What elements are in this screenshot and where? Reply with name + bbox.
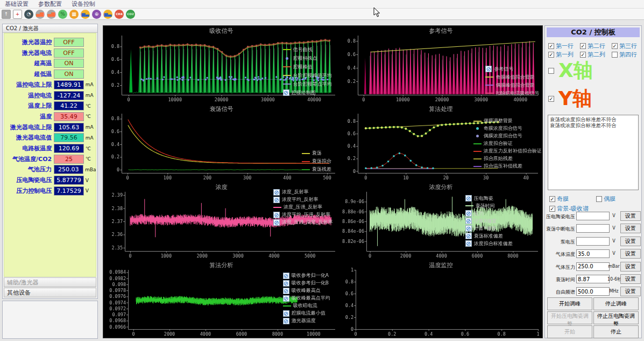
- setting-set-button-0[interactable]: 设置: [620, 211, 641, 221]
- legend-checkbox-icon[interactable]: ⊘: [283, 280, 289, 287]
- legend-item-ringdown-0[interactable]: 衰荡: [302, 149, 331, 157]
- action-button-2[interactable]: 开始压电陶瓷调整: [547, 311, 592, 324]
- setting-input-1[interactable]: [576, 224, 610, 233]
- legend-item-conc-analysis-5[interactable]: ⊘衰荡标准偏差: [465, 232, 513, 240]
- bar-chart2-icon[interactable]: ▄▆: [47, 10, 56, 19]
- action-button-3[interactable]: 停止压电陶瓷调整: [593, 311, 639, 324]
- legend-item-algo-analysis-6[interactable]: ⊘激光器温度: [283, 317, 330, 325]
- action-button-5[interactable]: 停止: [593, 325, 639, 338]
- legend-item-conc-analysis-0[interactable]: ⊘压电陶瓷: [465, 194, 513, 202]
- legend-item-concentration-0[interactable]: ⊘浓度_反射率: [273, 189, 333, 196]
- legend-item-ringdown-1[interactable]: 衰荡拟合: [302, 157, 331, 165]
- legend-item-absorption-3[interactable]: 台阶腔模峰值平均: [283, 71, 332, 80]
- ch4-icon[interactable]: CH4: [115, 10, 124, 19]
- percent-icon[interactable]: %: [58, 10, 67, 19]
- legend-item-concentration-4[interactable]: ⊘浓度_压强_温度_反射率: [273, 219, 333, 226]
- legend-item-ringdown-2[interactable]: 衰荡残差: [302, 165, 331, 173]
- setting-set-button-4[interactable]: 设置: [620, 262, 641, 272]
- checkbox-1[interactable]: ✓: [580, 43, 586, 49]
- action-button-4[interactable]: 开始: [547, 325, 592, 338]
- y-axis-checkbox[interactable]: ✓: [548, 96, 554, 102]
- setting-input-0[interactable]: [576, 212, 610, 220]
- histogram-icon[interactable]: ▅▃: [81, 10, 90, 19]
- legend-checkbox-icon[interactable]: ⊘: [273, 189, 280, 196]
- legend-checkbox-icon[interactable]: ⊘: [465, 233, 472, 239]
- mode-checkbox-1[interactable]: [596, 196, 602, 202]
- legend-item-absorption-4[interactable]: 台阶腔模零点平均: [283, 80, 332, 88]
- checkbox-5[interactable]: [612, 52, 618, 58]
- legend-item-algo-analysis-1[interactable]: ⊘吸收参考归一化B: [283, 280, 330, 287]
- legend-item-algo-process-6[interactable]: 拟合温压补偿残差: [473, 163, 542, 170]
- setting-set-button-2[interactable]: 设置: [620, 236, 641, 246]
- legend-item-absorption-0[interactable]: 信号曲线: [283, 45, 332, 54]
- legend-item-algo-analysis-4[interactable]: 吸收暗电流: [283, 302, 330, 310]
- legend-checkbox-icon[interactable]: ⊘: [485, 66, 492, 72]
- setting-input-4[interactable]: [576, 262, 610, 271]
- legend-checkbox-icon[interactable]: ⊘: [283, 295, 289, 302]
- legend-item-algo-analysis-5[interactable]: ⊘腔膜电流最小值: [283, 310, 330, 317]
- setting-input-5[interactable]: [576, 275, 610, 283]
- legend-item-algo-analysis-0[interactable]: ⊘吸收参考归一化A: [283, 272, 330, 280]
- legend-item-reference-3[interactable]: 扣除暗电流吸收信号: [485, 89, 539, 98]
- setting-input-3[interactable]: [576, 249, 610, 258]
- legend-item-algo-process-2[interactable]: 偶膜浓度拟合信号: [473, 133, 542, 140]
- legend-item-algo-analysis-2[interactable]: ⊘吸收峰最高点: [283, 287, 330, 295]
- mode-checkbox-0[interactable]: ✓: [549, 196, 555, 202]
- setting-input-2[interactable]: [576, 237, 610, 246]
- menu-item-param-config[interactable]: 参数配置: [33, 0, 67, 8]
- setting-set-button-1[interactable]: 设置: [620, 224, 641, 233]
- legend-item-concentration-1[interactable]: ⊘浓度平均_反射率: [273, 196, 333, 204]
- legend-checkbox-icon[interactable]: ⊘: [283, 273, 289, 279]
- legend-item-conc-analysis-2[interactable]: ⊘压力: [465, 210, 513, 217]
- legend-checkbox-icon[interactable]: ⊘: [465, 218, 472, 224]
- bar-chart-icon[interactable]: ▄▆: [36, 10, 45, 19]
- table-icon[interactable]: ▦: [69, 10, 79, 19]
- mode-checkbox-2[interactable]: ✓: [549, 206, 555, 212]
- legend-checkbox-icon[interactable]: ⊘: [283, 318, 289, 324]
- legend-checkbox-icon[interactable]: ⊘: [465, 240, 472, 247]
- legend-item-concentration-3[interactable]: ⊘浓度平均_压强_反射率: [273, 211, 333, 219]
- lock-icon[interactable]: ⊕: [92, 10, 101, 19]
- x-axis-checkbox[interactable]: [548, 68, 554, 74]
- accordion-0[interactable]: 辅助/激光器: [4, 277, 96, 287]
- up-arrow-icon[interactable]: ↑: [2, 10, 11, 19]
- legend-item-algo-process-3[interactable]: 浓度拟合验证: [473, 140, 542, 148]
- legend-checkbox-icon[interactable]: ⊘: [273, 197, 280, 203]
- legend-item-reference-0[interactable]: ⊘参考信号: [485, 65, 539, 73]
- action-button-1[interactable]: 停止调峰: [593, 297, 639, 310]
- setting-set-button-3[interactable]: 设置: [620, 249, 641, 259]
- checkbox-2[interactable]: ✓: [612, 43, 618, 49]
- legend-checkbox-icon[interactable]: ⊘: [283, 288, 289, 294]
- legend-checkbox-icon[interactable]: ⊘: [273, 212, 280, 218]
- accordion-1[interactable]: 其他设备: [4, 288, 96, 297]
- legend-item-absorption-5[interactable]: ⊘腔模绘制图: [283, 88, 332, 97]
- legend-checkbox-icon[interactable]: ⊘: [283, 89, 289, 96]
- legend-item-algo-process-0[interactable]: 偶膜调整背景: [473, 117, 542, 125]
- legend-item-algo-process-5[interactable]: 拟合原始残差: [473, 155, 542, 163]
- setting-set-button-5[interactable]: 设置: [620, 274, 641, 284]
- legend-checkbox-icon[interactable]: ⊘: [465, 195, 472, 201]
- gauge-icon[interactable]: ◔: [24, 10, 33, 19]
- histogram2-icon[interactable]: ▅▃: [103, 10, 112, 19]
- legend-item-concentration-2[interactable]: 浓度_压强_反射率: [273, 204, 333, 211]
- legend-item-conc-analysis-4[interactable]: ⊘计算Y偏置: [465, 225, 513, 232]
- legend-item-reference-1[interactable]: 奇膜峰值拟合背景: [485, 73, 539, 81]
- cursor-line-icon[interactable]: +: [13, 10, 22, 19]
- legend-checkbox-icon[interactable]: ⊘: [465, 225, 472, 232]
- action-button-0[interactable]: 开始调峰: [547, 297, 592, 310]
- legend-checkbox-icon[interactable]: ⊘: [273, 219, 280, 226]
- setting-set-button-6[interactable]: 设置: [620, 287, 641, 296]
- legend-item-algo-analysis-3[interactable]: ⊘吸收峰最高点平均: [283, 295, 330, 302]
- menu-item-device-control[interactable]: 设备控制: [67, 0, 100, 8]
- setting-input-6[interactable]: [576, 287, 610, 296]
- legend-checkbox-icon[interactable]: ⊘: [465, 210, 472, 217]
- legend-checkbox-icon[interactable]: ⊘: [283, 310, 289, 317]
- legend-item-absorption-1[interactable]: 腔模特殊点: [283, 54, 332, 62]
- legend-item-algo-process-4[interactable]: 浓度压力反射补偿拟合验证: [473, 148, 542, 155]
- co2-icon[interactable]: CO2: [126, 10, 135, 19]
- legend-item-reference-2[interactable]: 偶膜峰值拟合背景: [485, 81, 539, 89]
- status-log-box[interactable]: 衰荡或浓度拟合标准差不符合衰荡或浓度拟合标准差不符合: [548, 115, 639, 190]
- legend-item-conc-analysis-6[interactable]: ⊘浓度拟合标准偏差: [465, 240, 513, 247]
- menu-item-basic-settings[interactable]: 基础设置: [0, 0, 33, 8]
- legend-item-algo-process-1[interactable]: 奇膜浓度拟合信号: [473, 125, 542, 133]
